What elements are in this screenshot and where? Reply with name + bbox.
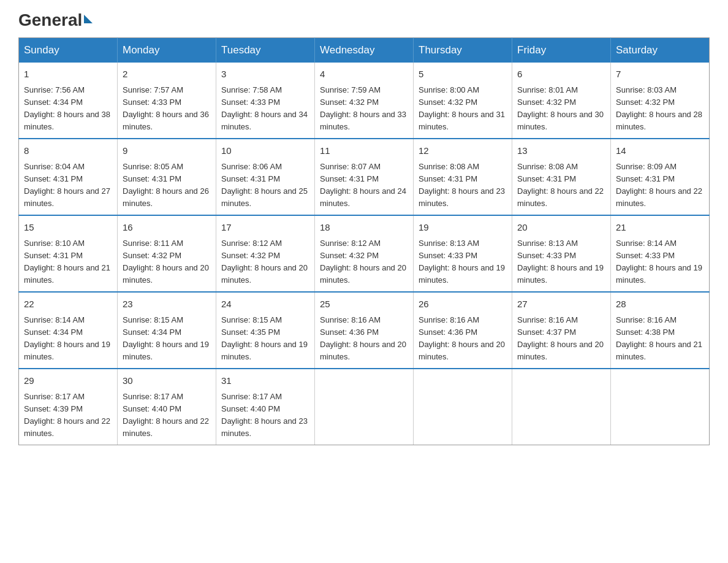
day-info: Sunrise: 8:16 AMSunset: 4:37 PMDaylight:… (517, 315, 604, 361)
day-number: 26 (419, 297, 507, 312)
calendar-header-row: SundayMondayTuesdayWednesdayThursdayFrid… (19, 38, 710, 63)
day-number: 30 (123, 374, 211, 388)
day-number: 7 (616, 67, 704, 82)
day-info: Sunrise: 8:08 AMSunset: 4:31 PMDaylight:… (419, 162, 505, 208)
calendar-cell: 14 Sunrise: 8:09 AMSunset: 4:31 PMDaylig… (611, 139, 710, 215)
day-number: 6 (517, 67, 605, 82)
day-info: Sunrise: 8:17 AMSunset: 4:40 PMDaylight:… (123, 392, 209, 438)
calendar-cell: 28 Sunrise: 8:16 AMSunset: 4:38 PMDaylig… (611, 292, 710, 369)
day-number: 1 (24, 67, 112, 82)
day-number: 8 (24, 144, 112, 158)
calendar-cell: 4 Sunrise: 7:59 AMSunset: 4:32 PMDayligh… (315, 63, 414, 139)
calendar-cell: 12 Sunrise: 8:08 AMSunset: 4:31 PMDaylig… (414, 139, 512, 215)
calendar-cell: 8 Sunrise: 8:04 AMSunset: 4:31 PMDayligh… (19, 139, 118, 215)
calendar-cell: 27 Sunrise: 8:16 AMSunset: 4:37 PMDaylig… (512, 292, 611, 369)
day-number: 25 (320, 297, 408, 312)
day-info: Sunrise: 8:16 AMSunset: 4:36 PMDaylight:… (419, 315, 505, 361)
calendar-cell: 2 Sunrise: 7:57 AMSunset: 4:33 PMDayligh… (118, 63, 216, 139)
day-info: Sunrise: 8:09 AMSunset: 4:31 PMDaylight:… (616, 162, 702, 208)
day-info: Sunrise: 8:10 AMSunset: 4:31 PMDaylight:… (24, 239, 110, 285)
calendar-cell: 22 Sunrise: 8:14 AMSunset: 4:34 PMDaylig… (19, 292, 118, 369)
day-number: 19 (419, 221, 507, 235)
calendar-cell (315, 369, 414, 445)
calendar-cell (512, 369, 611, 445)
day-number: 9 (123, 144, 211, 158)
calendar-cell: 20 Sunrise: 8:13 AMSunset: 4:33 PMDaylig… (512, 215, 611, 292)
calendar-cell: 11 Sunrise: 8:07 AMSunset: 4:31 PMDaylig… (315, 139, 414, 215)
calendar-table: SundayMondayTuesdayWednesdayThursdayFrid… (18, 37, 710, 445)
calendar-cell: 21 Sunrise: 8:14 AMSunset: 4:33 PMDaylig… (611, 215, 710, 292)
day-info: Sunrise: 8:16 AMSunset: 4:38 PMDaylight:… (616, 315, 702, 361)
day-number: 22 (24, 297, 112, 312)
day-info: Sunrise: 8:17 AMSunset: 4:39 PMDaylight:… (24, 392, 110, 438)
calendar-cell: 3 Sunrise: 7:58 AMSunset: 4:33 PMDayligh… (216, 63, 315, 139)
calendar-cell: 19 Sunrise: 8:13 AMSunset: 4:33 PMDaylig… (414, 215, 512, 292)
calendar-week-row: 8 Sunrise: 8:04 AMSunset: 4:31 PMDayligh… (19, 139, 710, 215)
day-number: 4 (320, 67, 408, 82)
day-info: Sunrise: 8:14 AMSunset: 4:33 PMDaylight:… (616, 239, 702, 285)
calendar-cell: 26 Sunrise: 8:16 AMSunset: 4:36 PMDaylig… (414, 292, 512, 369)
day-info: Sunrise: 8:15 AMSunset: 4:35 PMDaylight:… (221, 315, 308, 361)
day-number: 18 (320, 221, 408, 235)
header-tuesday: Tuesday (216, 38, 315, 63)
calendar-cell (414, 369, 512, 445)
calendar-cell: 31 Sunrise: 8:17 AMSunset: 4:40 PMDaylig… (216, 369, 315, 445)
day-number: 10 (221, 144, 309, 158)
calendar-cell: 30 Sunrise: 8:17 AMSunset: 4:40 PMDaylig… (118, 369, 216, 445)
day-number: 28 (616, 297, 704, 312)
header-thursday: Thursday (414, 38, 512, 63)
calendar-cell: 16 Sunrise: 8:11 AMSunset: 4:32 PMDaylig… (118, 215, 216, 292)
calendar-cell: 1 Sunrise: 7:56 AMSunset: 4:34 PMDayligh… (19, 63, 118, 139)
day-info: Sunrise: 8:12 AMSunset: 4:32 PMDaylight:… (320, 239, 406, 285)
day-number: 5 (419, 67, 507, 82)
day-number: 17 (221, 221, 309, 235)
header-wednesday: Wednesday (315, 38, 414, 63)
header: General (18, 12, 710, 25)
calendar-cell: 24 Sunrise: 8:15 AMSunset: 4:35 PMDaylig… (216, 292, 315, 369)
logo-area: General (18, 12, 94, 25)
day-info: Sunrise: 8:05 AMSunset: 4:31 PMDaylight:… (123, 162, 209, 208)
header-friday: Friday (512, 38, 611, 63)
day-number: 12 (419, 144, 507, 158)
day-number: 27 (517, 297, 605, 312)
calendar-cell: 7 Sunrise: 8:03 AMSunset: 4:32 PMDayligh… (611, 63, 710, 139)
day-info: Sunrise: 8:01 AMSunset: 4:32 PMDaylight:… (517, 85, 604, 131)
calendar-week-row: 1 Sunrise: 7:56 AMSunset: 4:34 PMDayligh… (19, 63, 710, 139)
day-number: 14 (616, 144, 704, 158)
calendar-cell (611, 369, 710, 445)
day-info: Sunrise: 8:17 AMSunset: 4:40 PMDaylight:… (221, 392, 308, 438)
calendar-cell: 15 Sunrise: 8:10 AMSunset: 4:31 PMDaylig… (19, 215, 118, 292)
day-info: Sunrise: 8:08 AMSunset: 4:31 PMDaylight:… (517, 162, 604, 208)
logo-general-text2: General (18, 10, 82, 30)
day-info: Sunrise: 8:13 AMSunset: 4:33 PMDaylight:… (517, 239, 604, 285)
header-monday: Monday (118, 38, 216, 63)
day-number: 3 (221, 67, 309, 82)
day-info: Sunrise: 8:14 AMSunset: 4:34 PMDaylight:… (24, 315, 110, 361)
day-number: 31 (221, 374, 309, 388)
day-number: 21 (616, 221, 704, 235)
day-number: 13 (517, 144, 605, 158)
day-number: 2 (123, 67, 211, 82)
day-number: 23 (123, 297, 211, 312)
calendar-cell: 9 Sunrise: 8:05 AMSunset: 4:31 PMDayligh… (118, 139, 216, 215)
day-info: Sunrise: 8:11 AMSunset: 4:32 PMDaylight:… (123, 239, 209, 285)
day-info: Sunrise: 7:56 AMSunset: 4:34 PMDaylight:… (24, 85, 110, 131)
header-saturday: Saturday (611, 38, 710, 63)
day-number: 24 (221, 297, 309, 312)
day-info: Sunrise: 8:12 AMSunset: 4:32 PMDaylight:… (221, 239, 308, 285)
calendar-cell: 10 Sunrise: 8:06 AMSunset: 4:31 PMDaylig… (216, 139, 315, 215)
header-sunday: Sunday (19, 38, 118, 63)
day-info: Sunrise: 8:15 AMSunset: 4:34 PMDaylight:… (123, 315, 209, 361)
day-info: Sunrise: 8:13 AMSunset: 4:33 PMDaylight:… (419, 239, 505, 285)
calendar-cell: 5 Sunrise: 8:00 AMSunset: 4:32 PMDayligh… (414, 63, 512, 139)
calendar-cell: 17 Sunrise: 8:12 AMSunset: 4:32 PMDaylig… (216, 215, 315, 292)
calendar-week-row: 29 Sunrise: 8:17 AMSunset: 4:39 PMDaylig… (19, 369, 710, 445)
calendar-cell: 18 Sunrise: 8:12 AMSunset: 4:32 PMDaylig… (315, 215, 414, 292)
calendar-week-row: 22 Sunrise: 8:14 AMSunset: 4:34 PMDaylig… (19, 292, 710, 369)
calendar-week-row: 15 Sunrise: 8:10 AMSunset: 4:31 PMDaylig… (19, 215, 710, 292)
calendar-cell: 23 Sunrise: 8:15 AMSunset: 4:34 PMDaylig… (118, 292, 216, 369)
day-number: 15 (24, 221, 112, 235)
day-info: Sunrise: 8:00 AMSunset: 4:32 PMDaylight:… (419, 85, 505, 131)
calendar-cell: 13 Sunrise: 8:08 AMSunset: 4:31 PMDaylig… (512, 139, 611, 215)
day-info: Sunrise: 8:16 AMSunset: 4:36 PMDaylight:… (320, 315, 406, 361)
